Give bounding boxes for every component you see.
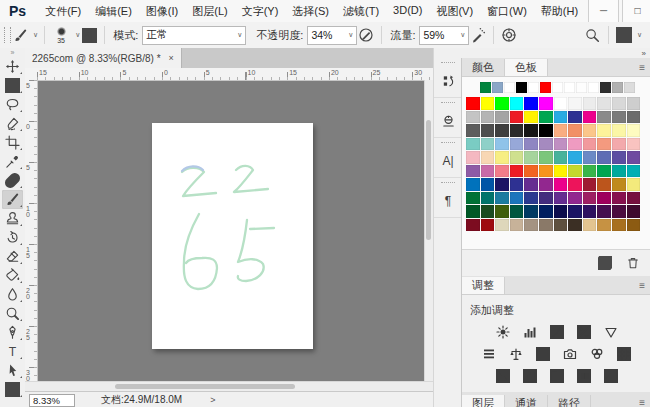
swatch[interactable] — [597, 138, 611, 151]
eraser-tool[interactable] — [2, 247, 23, 266]
vibrance-icon[interactable] — [603, 324, 619, 339]
swatch[interactable] — [539, 219, 553, 232]
swatch[interactable] — [597, 219, 611, 232]
menu-文字Y[interactable]: 文字(Y) — [242, 4, 279, 19]
swatch[interactable] — [627, 124, 641, 137]
swatch[interactable] — [583, 151, 597, 164]
curves-icon[interactable] — [549, 324, 565, 339]
swatch[interactable] — [554, 219, 568, 232]
brush-preset-icon[interactable] — [11, 26, 29, 44]
swatch[interactable] — [539, 151, 553, 164]
clone-stamp-tool[interactable] — [2, 209, 23, 228]
workspace-chevron-icon[interactable]: ∨ — [637, 31, 642, 39]
tab-adjustments[interactable]: 调整 — [462, 277, 505, 294]
paragraph-panel-icon[interactable]: ¶ — [437, 191, 459, 211]
swatch[interactable] — [539, 178, 553, 191]
swatch[interactable] — [495, 138, 509, 151]
recent-swatch[interactable] — [504, 82, 515, 93]
swatch[interactable] — [466, 97, 480, 110]
swatch[interactable] — [554, 165, 568, 178]
menu-图层L[interactable]: 图层(L) — [192, 4, 227, 19]
recent-swatch[interactable] — [576, 82, 587, 93]
swatch[interactable] — [583, 219, 597, 232]
tab-通道[interactable]: 通道 — [505, 395, 548, 407]
swatch[interactable] — [583, 111, 597, 124]
swatch[interactable] — [466, 178, 480, 191]
swatch[interactable] — [524, 165, 538, 178]
swatch[interactable] — [495, 192, 509, 205]
levels-icon[interactable] — [522, 324, 538, 339]
swatch[interactable] — [627, 151, 641, 164]
recent-swatch[interactable] — [552, 82, 563, 93]
swatch[interactable] — [627, 178, 641, 191]
mode-select[interactable]: 正常 ∨ — [142, 26, 246, 45]
menu-编辑E[interactable]: 编辑(E) — [95, 4, 132, 19]
swatch[interactable] — [524, 124, 538, 137]
swatch[interactable] — [495, 151, 509, 164]
swatch[interactable] — [466, 124, 480, 137]
selective-color-icon[interactable] — [603, 368, 619, 383]
workspace-icon[interactable] — [615, 26, 633, 44]
vertical-scrollbar[interactable] — [424, 80, 433, 381]
swatch[interactable] — [495, 97, 509, 110]
swatch[interactable] — [510, 178, 524, 191]
swatch[interactable] — [524, 97, 538, 110]
spot-healing-brush-tool[interactable] — [2, 171, 23, 190]
swatch[interactable] — [597, 205, 611, 218]
photo-filter-icon[interactable] — [562, 346, 578, 361]
swatch[interactable] — [583, 138, 597, 151]
swatch[interactable] — [510, 165, 524, 178]
swatch[interactable] — [597, 151, 611, 164]
status-expand-icon[interactable]: > — [210, 395, 215, 405]
swatch[interactable] — [495, 205, 509, 218]
menu-滤镜T[interactable]: 滤镜(T) — [343, 4, 379, 19]
swatch[interactable] — [510, 97, 524, 110]
menu-帮助H[interactable]: 帮助(H) — [541, 4, 578, 19]
character-panel-icon[interactable]: A| — [437, 151, 459, 171]
lasso-tool[interactable] — [2, 95, 23, 114]
move-tool[interactable] — [2, 57, 23, 76]
opacity-select[interactable]: 34% ∨ — [307, 26, 357, 45]
document-page[interactable] — [152, 123, 313, 349]
swatch[interactable] — [495, 178, 509, 191]
brush-preview[interactable]: 35 — [51, 27, 71, 44]
swatch[interactable] — [627, 219, 641, 232]
swatch[interactable] — [612, 151, 626, 164]
swatch[interactable] — [597, 97, 611, 110]
swatch[interactable] — [481, 138, 495, 151]
black-white-icon[interactable] — [535, 346, 551, 361]
panel-menu-icon[interactable]: ≡ — [639, 397, 645, 407]
swatch[interactable] — [539, 205, 553, 218]
swatch[interactable] — [539, 124, 553, 137]
swatch[interactable] — [495, 165, 509, 178]
tab-颜色[interactable]: 颜色 — [462, 59, 505, 76]
swatch[interactable] — [568, 205, 582, 218]
toggle-brush-panel-icon[interactable] — [80, 26, 98, 44]
recent-swatch[interactable] — [612, 82, 623, 93]
swatch[interactable] — [466, 111, 480, 124]
swatch[interactable] — [510, 124, 524, 137]
swatch[interactable] — [466, 151, 480, 164]
recent-swatch[interactable] — [540, 82, 551, 93]
swatch[interactable] — [554, 192, 568, 205]
channel-mixer-icon[interactable] — [589, 346, 605, 361]
swatch[interactable] — [554, 205, 568, 218]
eyedropper-tool[interactable] — [2, 152, 23, 171]
type-tool[interactable]: T — [2, 342, 23, 361]
posterize-icon[interactable] — [522, 368, 538, 383]
swatch[interactable] — [539, 165, 553, 178]
swatch[interactable] — [524, 192, 538, 205]
exposure-icon[interactable] — [576, 324, 592, 339]
swatch[interactable] — [612, 138, 626, 151]
brush-tool[interactable] — [2, 190, 23, 209]
document-tab[interactable]: 2265com @ 8.33%(RGB/8) * × — [25, 48, 182, 68]
swatch[interactable] — [583, 165, 597, 178]
maximize-button[interactable]: □ — [622, 0, 650, 23]
swatch[interactable] — [583, 124, 597, 137]
menu-选择S[interactable]: 选择(S) — [292, 4, 329, 19]
swatch[interactable] — [481, 111, 495, 124]
swatch[interactable] — [627, 165, 641, 178]
swatch[interactable] — [597, 124, 611, 137]
swatch[interactable] — [524, 219, 538, 232]
flow-select[interactable]: 59% ∨ — [419, 26, 469, 45]
